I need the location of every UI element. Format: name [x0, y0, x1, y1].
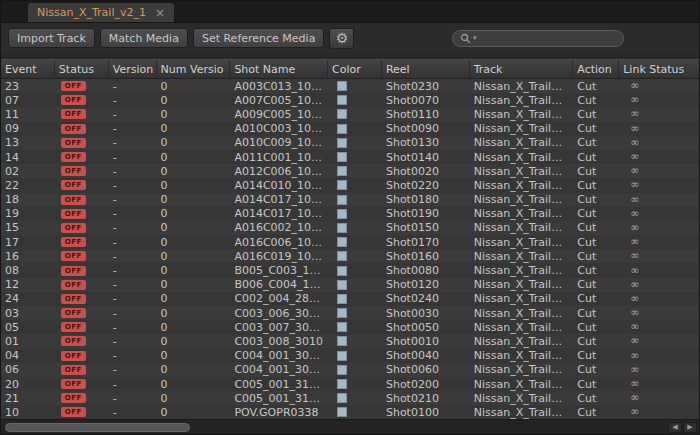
color-chip[interactable]: [337, 294, 347, 304]
column-header-event[interactable]: Event: [1, 60, 55, 78]
version-cell: -: [109, 164, 157, 178]
table-row[interactable]: 05OFF-0C003_007_30…Shot0050Nissan_X_Trai…: [1, 320, 699, 334]
table-row[interactable]: 13OFF-0A010C009_10…Shot0130Nissan_X_Trai…: [1, 136, 699, 150]
color-chip[interactable]: [337, 152, 347, 162]
link-status-cell: ∞: [619, 306, 699, 320]
color-chip[interactable]: [337, 251, 347, 261]
status-cell: OFF: [55, 178, 109, 192]
status-badge: OFF: [61, 223, 86, 233]
link-status-cell: ∞: [619, 178, 699, 192]
color-chip[interactable]: [337, 280, 347, 290]
column-header-shot-name[interactable]: Shot Name: [230, 60, 328, 78]
table-row[interactable]: 09OFF-0A010C003_10…Shot0090Nissan_X_Trai…: [1, 122, 699, 136]
scrollbar-thumb[interactable]: [5, 423, 190, 432]
spreadsheet-panel: Nissan_X_Trail_v2_1 × Import Track Match…: [0, 0, 700, 435]
event-cell: 22: [1, 178, 55, 192]
color-chip[interactable]: [337, 393, 347, 403]
link-status-cell: ∞: [619, 164, 699, 178]
link-status-icon: ∞: [630, 308, 639, 318]
link-status-cell: ∞: [619, 107, 699, 121]
import-track-button[interactable]: Import Track: [8, 28, 95, 48]
link-status-icon: ∞: [630, 95, 639, 105]
column-header-status[interactable]: Status: [55, 60, 109, 78]
color-chip[interactable]: [337, 223, 347, 233]
link-status-cell: ∞: [619, 136, 699, 150]
column-header-link-status[interactable]: Link Status: [619, 60, 699, 78]
color-chip[interactable]: [337, 195, 347, 205]
table-row[interactable]: 02OFF-0A012C006_10…Shot0020Nissan_X_Trai…: [1, 164, 699, 178]
color-chip[interactable]: [337, 266, 347, 276]
search-box[interactable]: ▾: [452, 30, 624, 47]
color-chip[interactable]: [337, 81, 347, 91]
color-chip[interactable]: [337, 209, 347, 219]
color-chip[interactable]: [337, 336, 347, 346]
table-row[interactable]: 11OFF-0A009C005_10…Shot0110Nissan_X_Trai…: [1, 107, 699, 121]
column-header-reel[interactable]: Reel: [382, 60, 470, 78]
track-cell: Nissan_X_Trail…: [470, 292, 574, 306]
reel-cell: Shot0220: [382, 178, 470, 192]
shot-name-cell: C003_006_30…: [230, 306, 328, 320]
table-row[interactable]: 17OFF-0A016C006_10…Shot0170Nissan_X_Trai…: [1, 235, 699, 249]
table-row[interactable]: 10OFF-0POV.GOPR0338Shot0100Nissan_X_Trai…: [1, 405, 699, 419]
column-header-color[interactable]: Color: [328, 60, 382, 78]
horizontal-scrollbar[interactable]: ◀ ▶: [1, 419, 699, 434]
table-row[interactable]: 24OFF-0C002_004_28…Shot0240Nissan_X_Trai…: [1, 292, 699, 306]
table-row[interactable]: 14OFF-0A011C001_10…Shot0140Nissan_X_Trai…: [1, 150, 699, 164]
shot-name-cell: POV.GOPR0338: [230, 405, 328, 419]
color-chip[interactable]: [337, 379, 347, 389]
column-header-action[interactable]: Action: [573, 60, 619, 78]
table-row[interactable]: 01OFF-0C003_008_3010Shot0010Nissan_X_Tra…: [1, 334, 699, 348]
table-row[interactable]: 04OFF-0C004_001_30…Shot0040Nissan_X_Trai…: [1, 349, 699, 363]
set-reference-media-button[interactable]: Set Reference Media: [193, 28, 325, 48]
color-chip[interactable]: [337, 124, 347, 134]
column-header-num-versions[interactable]: Num Versio: [157, 60, 231, 78]
tab-nissan-x-trail[interactable]: Nissan_X_Trail_v2_1 ×: [27, 2, 175, 22]
table-row[interactable]: 21OFF-0C005_001_31…Shot0210Nissan_X_Trai…: [1, 391, 699, 405]
scroll-right-button[interactable]: ▶: [683, 422, 697, 433]
color-chip[interactable]: [337, 109, 347, 119]
link-status-cell: ∞: [619, 334, 699, 348]
status-cell: OFF: [55, 249, 109, 263]
status-badge: OFF: [61, 266, 86, 276]
color-chip[interactable]: [337, 407, 347, 417]
tab-close-icon[interactable]: ×: [155, 7, 165, 19]
color-chip[interactable]: [337, 322, 347, 332]
table-row[interactable]: 06OFF-0C004_001_30…Shot0060Nissan_X_Trai…: [1, 363, 699, 377]
table-row[interactable]: 07OFF-0A007C005_10…Shot0070Nissan_X_Trai…: [1, 93, 699, 107]
table-row[interactable]: 03OFF-0C003_006_30…Shot0030Nissan_X_Trai…: [1, 306, 699, 320]
color-chip[interactable]: [337, 180, 347, 190]
reel-cell: Shot0170: [382, 235, 470, 249]
action-cell: Cut: [573, 150, 619, 164]
color-chip[interactable]: [337, 351, 347, 361]
color-chip[interactable]: [337, 237, 347, 247]
status-cell: OFF: [55, 391, 109, 405]
settings-button[interactable]: ⚙: [329, 28, 354, 49]
match-media-button[interactable]: Match Media: [100, 28, 188, 48]
scroll-left-button[interactable]: ◀: [668, 422, 682, 433]
color-chip[interactable]: [337, 365, 347, 375]
table-row[interactable]: 20OFF-0C005_001_31…Shot0200Nissan_X_Trai…: [1, 377, 699, 391]
search-input[interactable]: [479, 32, 616, 44]
table-row[interactable]: 12OFF-0B006_C004_1…Shot0120Nissan_X_Trai…: [1, 278, 699, 292]
search-dropdown-icon[interactable]: ▾: [473, 34, 477, 42]
table-row[interactable]: 16OFF-0A016C019_10…Shot0160Nissan_X_Trai…: [1, 249, 699, 263]
table-row[interactable]: 22OFF-0A014C010_10…Shot0220Nissan_X_Trai…: [1, 178, 699, 192]
column-header-version[interactable]: Version: [109, 60, 157, 78]
event-cell: 06: [1, 363, 55, 377]
table-row[interactable]: 23OFF-0A003C013_10…Shot0230Nissan_X_Trai…: [1, 79, 699, 93]
track-cell: Nissan_X_Trail…: [470, 334, 574, 348]
color-chip[interactable]: [337, 308, 347, 318]
color-chip[interactable]: [337, 166, 347, 176]
color-chip[interactable]: [337, 95, 347, 105]
shot-name-cell: C005_001_31…: [230, 377, 328, 391]
version-cell: -: [109, 391, 157, 405]
num-versions-cell: 0: [157, 320, 231, 334]
color-chip[interactable]: [337, 138, 347, 148]
table-row[interactable]: 19OFF-0A014C017_10…Shot0190Nissan_X_Trai…: [1, 207, 699, 221]
event-cell: 03: [1, 306, 55, 320]
column-header-track[interactable]: Track: [470, 60, 574, 78]
table-row[interactable]: 18OFF-0A014C017_10…Shot0180Nissan_X_Trai…: [1, 193, 699, 207]
table-row[interactable]: 15OFF-0A016C002_10…Shot0150Nissan_X_Trai…: [1, 221, 699, 235]
table-row[interactable]: 08OFF-0B005_C003_1…Shot0080Nissan_X_Trai…: [1, 263, 699, 277]
link-status-cell: ∞: [619, 320, 699, 334]
